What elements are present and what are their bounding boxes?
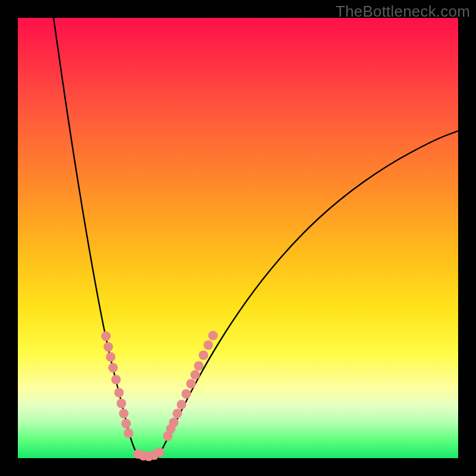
- data-dot: [124, 428, 133, 438]
- data-dot: [108, 363, 118, 372]
- data-dot: [199, 350, 208, 360]
- chart-svg: [18, 18, 458, 458]
- right-curve: [158, 131, 458, 458]
- plot-area: [18, 18, 458, 458]
- data-dot: [208, 331, 218, 340]
- data-dot: [173, 409, 182, 418]
- dots-right-group: [163, 331, 218, 441]
- dots-bottom-group: [133, 447, 164, 461]
- data-dot: [114, 388, 124, 397]
- data-dot: [186, 379, 196, 389]
- data-dot: [101, 331, 111, 341]
- data-dot: [106, 352, 115, 362]
- data-dot: [194, 361, 203, 371]
- data-dot: [169, 418, 178, 427]
- data-dot: [117, 399, 126, 408]
- data-dot: [181, 389, 191, 399]
- watermark-text: TheBottleneck.com: [336, 2, 470, 21]
- chart-frame: TheBottleneck.com: [0, 0, 476, 476]
- data-dot: [119, 409, 129, 418]
- data-dot: [190, 370, 200, 380]
- data-dot: [177, 400, 186, 409]
- data-dot: [121, 419, 131, 428]
- data-dot: [111, 375, 121, 384]
- data-dot: [155, 447, 164, 457]
- data-dot: [203, 340, 213, 350]
- left-curve: [54, 18, 140, 458]
- data-dot: [104, 342, 113, 352]
